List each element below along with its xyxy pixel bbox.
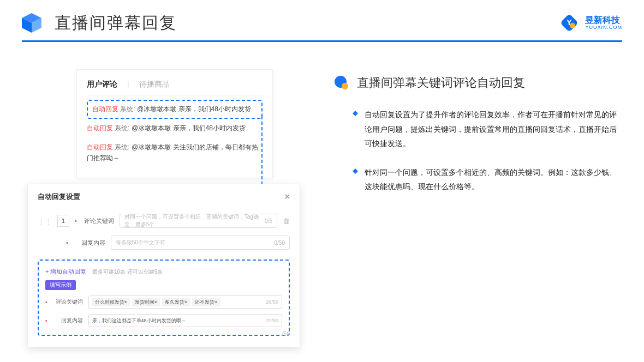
svg-rect-9	[353, 168, 358, 174]
add-autoreply-link[interactable]: + 增加自动回复	[45, 268, 86, 275]
screenshots-column: 用户评论 | 待播商品 自动回复 系统: @冰墩墩本墩 亲亲，我们48小时内发货…	[33, 69, 290, 208]
diamond-bullet-icon	[353, 168, 358, 174]
bullet-text: 针对同一个问题，可设置多个相近的、高频的关键词。例如：这款多少钱、这块能优惠吗、…	[365, 165, 622, 194]
example-badge: 填写示例	[45, 280, 76, 290]
autoreply-settings-panel: 自动回复设置 × ⋮⋮ 1 • 评论关键词 对同一个问题，可设置多个相近、高频的…	[27, 184, 300, 347]
comment-text: @冰墩墩本墩 亲亲，我们48小时内发货	[137, 105, 251, 113]
svg-rect-8	[353, 111, 358, 116]
add-hint: 最多可建10条 还可以创建9条	[92, 269, 163, 275]
content-input[interactable]: 每条限50个中文字符 0/50	[111, 236, 290, 250]
keyword-input[interactable]: 对同一个问题，可设置多个相近、高频的关键词，Tag确定，最多5个 0/5	[120, 214, 277, 228]
required-mark: •	[75, 218, 77, 224]
example-keyword-box: 什么时候发货× 发货时间× 多久发货× 还不发货× 20/50	[88, 295, 282, 309]
bullet-item: 自动回复设置为了提升作者的评论回复效率，作者可在开播前针对常见的评论用户问题，提…	[334, 107, 622, 151]
bullet-text: 自动回复设置为了提升作者的评论回复效率，作者可在开播前针对常见的评论用户问题，提…	[365, 107, 622, 151]
auto-reply-tag: 自动回复	[92, 105, 118, 113]
svg-point-7	[342, 83, 348, 89]
settings-title: 自动回复设置	[38, 192, 80, 202]
brand-name-cn: 昱新科技	[585, 15, 622, 25]
brand-logo: Y 昱新科技 YUUXIN.COM	[559, 13, 622, 33]
example-keyword-label: 评论关键词	[53, 298, 83, 306]
page-header: 直播间弹幕回复 Y 昱新科技 YUUXIN.COM	[0, 0, 644, 40]
rule-index: 1	[57, 215, 69, 227]
description-column: 直播间弹幕关键词评论自动回复 自动回复设置为了提升作者的评论回复效率，作者可在开…	[334, 69, 622, 208]
keyword-label: 评论关键词	[82, 217, 114, 225]
bullet-item: 针对同一个问题，可设置多个相近的、高频的关键词。例如：这款多少钱、这块能优惠吗、…	[334, 165, 622, 194]
cube-icon	[20, 11, 44, 35]
diamond-bullet-icon	[353, 111, 358, 116]
pager-text: /50	[282, 331, 290, 337]
tab-user-comments[interactable]: 用户评论	[87, 80, 117, 89]
bubble-icon	[334, 75, 349, 90]
delete-icon[interactable]: 🗑	[283, 217, 290, 225]
section-title: 直播间弹幕关键词评论自动回复	[357, 75, 525, 91]
highlighted-comment: 自动回复 系统: @冰墩墩本墩 亲亲，我们48小时内发货	[87, 100, 263, 119]
system-label: 系统:	[120, 105, 135, 113]
example-content-label: 回复内容	[53, 317, 83, 324]
brand-name-en: YUUXIN.COM	[585, 25, 622, 31]
svg-text:Y: Y	[567, 18, 573, 27]
example-content-box: 亲，我们这边都是下单48小时内发货的哦～ 37/50	[88, 314, 282, 327]
example-highlight: + 增加自动回复 最多可建10条 还可以创建9条 填写示例 • 评论关键词 什么…	[38, 260, 290, 336]
close-icon[interactable]: ×	[285, 192, 290, 202]
page-title: 直播间弹幕回复	[55, 12, 177, 34]
comment-row: 自动回复 系统: @冰墩墩本墩 亲亲，我们48小时内发货	[87, 119, 263, 138]
comment-row: 自动回复 系统: @冰墩墩本墩 关注我们的店铺，每日都有热门推荐呦～	[87, 138, 263, 167]
brand-diamond-icon: Y	[559, 13, 580, 33]
content-label: 回复内容	[74, 239, 105, 247]
drag-handle-icon[interactable]: ⋮⋮	[38, 217, 52, 225]
tab-pending-products[interactable]: 待播商品	[139, 80, 170, 89]
comments-panel: 用户评论 | 待播商品 自动回复 系统: @冰墩墩本墩 亲亲，我们48小时内发货…	[76, 69, 273, 178]
tab-separator: |	[127, 80, 129, 89]
